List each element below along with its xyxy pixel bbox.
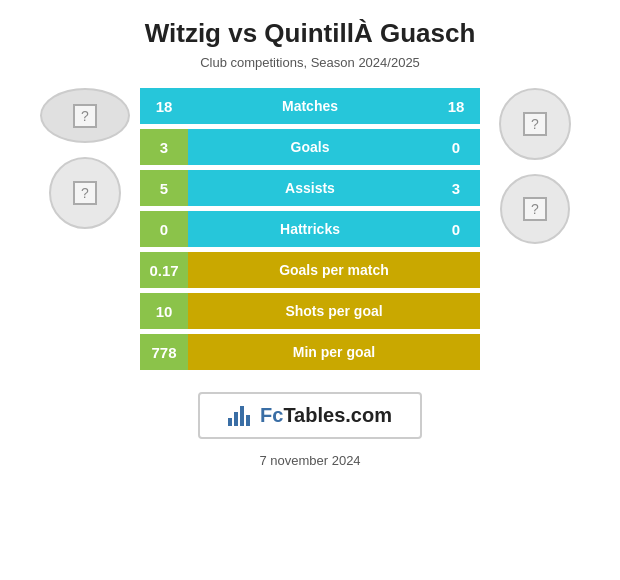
hattricks-right-value: 0 [432, 211, 480, 247]
goals-left-value: 3 [140, 129, 188, 165]
hattricks-label: Hattricks [188, 211, 432, 247]
brand-box[interactable]: FcTables.com [198, 392, 422, 439]
gpm-left-value: 0.17 [140, 252, 188, 288]
right-avatar-bottom: ? [500, 174, 570, 244]
left-avatar-bottom-placeholder: ? [73, 181, 97, 205]
stat-row-shots-per-goal: 10 Shots per goal [140, 293, 480, 329]
left-avatar-top: ? [40, 88, 130, 143]
assists-right-value: 3 [432, 170, 480, 206]
stat-row-assists: 5 Assists 3 [140, 170, 480, 206]
spg-left-value: 10 [140, 293, 188, 329]
stat-row-min-per-goal: 778 Min per goal [140, 334, 480, 370]
mpg-label: Min per goal [188, 334, 480, 370]
right-avatar-bottom-placeholder: ? [523, 197, 547, 221]
assists-left-value: 5 [140, 170, 188, 206]
goals-label: Goals [188, 129, 432, 165]
matches-left-value: 18 [140, 88, 188, 124]
mpg-left-value: 778 [140, 334, 188, 370]
match-date: 7 november 2024 [259, 453, 360, 468]
matches-right-value: 18 [432, 88, 480, 124]
stat-row-goals: 3 Goals 0 [140, 129, 480, 165]
goals-right-value: 0 [432, 129, 480, 165]
match-subtitle: Club competitions, Season 2024/2025 [200, 55, 420, 70]
stat-row-matches: 18 Matches 18 [140, 88, 480, 124]
gpm-label: Goals per match [188, 252, 480, 288]
stat-row-hattricks: 0 Hattricks 0 [140, 211, 480, 247]
right-player-avatars: ? ? [480, 88, 590, 244]
right-avatar-top: ? [499, 88, 571, 160]
hattricks-left-value: 0 [140, 211, 188, 247]
left-avatar-top-placeholder: ? [73, 104, 97, 128]
stat-row-goals-per-match: 0.17 Goals per match [140, 252, 480, 288]
left-avatar-bottom: ? [49, 157, 121, 229]
left-player-avatars: ? ? [30, 88, 140, 229]
page-container: Witzig vs QuintillÀ Guasch Club competit… [0, 0, 620, 580]
main-content: ? ? 18 Matches 18 3 Goals 0 5 Assis [0, 88, 620, 370]
brand-name: FcTables.com [260, 404, 392, 427]
assists-label: Assists [188, 170, 432, 206]
brand-icon [228, 406, 250, 426]
stats-table: 18 Matches 18 3 Goals 0 5 Assists 3 0 Ha… [140, 88, 480, 370]
matches-label: Matches [188, 88, 432, 124]
match-title: Witzig vs QuintillÀ Guasch [145, 18, 476, 49]
right-avatar-top-placeholder: ? [523, 112, 547, 136]
spg-label: Shots per goal [188, 293, 480, 329]
